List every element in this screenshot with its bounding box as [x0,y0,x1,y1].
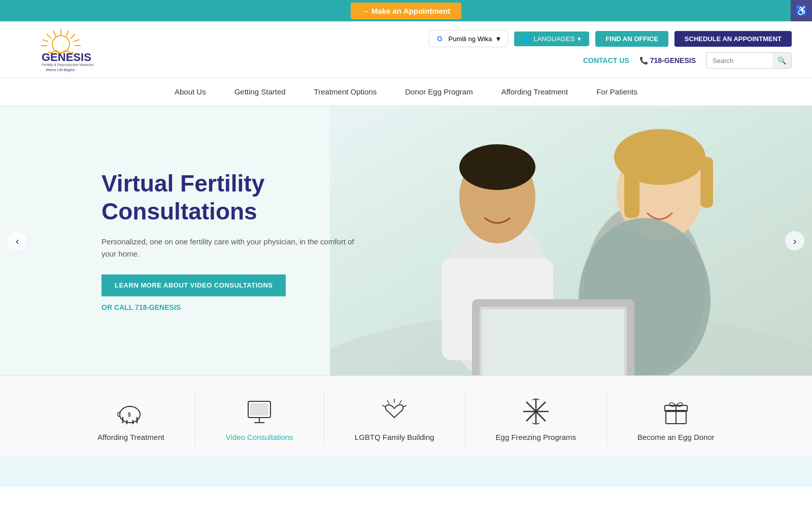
header: GENESIS Fertility & Reproductive Medicin… [0,21,812,78]
video-consultations-label: Video Consultations [226,433,293,441]
or-call-text: OR CALL 718-GENESIS [101,304,181,312]
nav-item-donor-egg[interactable]: Donor Egg Program [391,78,487,105]
icon-item-egg-donor[interactable]: Become an Egg Donor [607,391,745,447]
hero-title: Virtual Fertility Consultations [101,170,365,226]
svg-line-42 [399,400,401,404]
svg-text:GENESIS: GENESIS [42,51,91,64]
top-banner: → Make an Appointment ♿ [0,0,812,21]
contact-us-link[interactable]: CONTACT US [583,56,629,65]
carousel-prev-button[interactable]: ‹ [8,231,27,250]
svg-line-44 [387,400,389,404]
monitor-icon [244,396,275,427]
carousel-next-button[interactable]: › [785,231,804,250]
gift-icon [661,396,691,427]
schedule-button[interactable]: SCHEDULE AN APPOINTMENT [674,31,792,47]
search-button[interactable]: 🔍 [772,53,791,68]
footer-top [0,457,812,487]
phone-icon: 📞 [639,56,648,65]
svg-rect-24 [624,157,639,218]
heart-rays-icon [379,396,410,427]
svg-rect-40 [250,403,268,416]
make-appointment-button[interactable]: → Make an Appointment [351,3,461,19]
svg-text:$: $ [128,412,131,418]
icon-item-affording-treatment[interactable]: $ Affording Treatment [67,391,195,447]
hero-image [330,106,812,375]
languages-label: LANGUAGES [533,35,574,43]
hero-subtitle: Personalized, one on one fertility care … [101,236,365,261]
icon-item-lgbtq[interactable]: LGBTQ Family Building [324,391,465,447]
svg-rect-25 [700,157,713,208]
header-bottom-row: CONTACT US 📞 718-GENESIS 🔍 [583,52,792,69]
svg-text:Where Life Begins: Where Life Begins [46,68,75,72]
accessibility-icon: ♿ [795,5,808,17]
translate-label: Pumili ng Wika [449,35,492,43]
svg-line-6 [47,34,51,39]
learn-more-label: LEARN MORE ABOUT VIDEO CONSULTATIONS [115,282,273,290]
google-translate[interactable]: G Pumili ng Wika ▼ [429,30,509,47]
icons-section: $ Affording Treatment Video Consultation… [0,375,812,457]
snowflake-icon [521,396,551,427]
header-top-row: G Pumili ng Wika ▼ 🌐 LANGUAGES ▾ FIND AN… [429,30,792,47]
or-call-link[interactable]: OR CALL 718-GENESIS [101,304,365,312]
nav-item-affording-treatment[interactable]: Affording Treatment [487,78,582,105]
logo-area: GENESIS Fertility & Reproductive Medicin… [20,26,101,72]
nav-item-treatment-options[interactable]: Treatment Options [300,78,391,105]
svg-rect-29 [482,309,624,375]
piggy-bank-icon: $ [116,396,146,427]
affording-treatment-label: Affording Treatment [97,433,164,441]
schedule-label: SCHEDULE AN APPOINTMENT [685,35,782,43]
search-box: 🔍 [706,52,792,69]
svg-point-19 [459,144,535,190]
nav-item-about-us[interactable]: About Us [160,78,220,105]
languages-chevron: ▾ [578,35,581,43]
languages-icon: 🌐 [522,35,530,43]
lgbtq-label: LGBTQ Family Building [355,433,434,441]
hero-subtitle-text: Personalized, one on one fertility care … [101,238,354,259]
hero-section: ‹ › Virtual Fertility Consultations Pers… [0,106,812,375]
svg-text:G: G [437,35,443,43]
egg-freezing-label: Egg Freezing Programs [496,433,576,441]
icon-item-video-consultations[interactable]: Video Consultations [195,391,324,447]
egg-donor-label: Become an Egg Donor [637,433,715,441]
phone-number: 718-GENESIS [650,56,696,65]
hero-title-text: Virtual Fertility Consultations [101,170,264,225]
find-office-button[interactable]: FIND AN OFFICE [595,31,668,47]
header-right: G Pumili ng Wika ▼ 🌐 LANGUAGES ▾ FIND AN… [429,30,792,69]
svg-line-7 [43,40,48,42]
svg-line-1 [66,30,69,37]
svg-line-2 [71,34,75,39]
accessibility-button[interactable]: ♿ [791,0,812,21]
learn-more-button[interactable]: LEARN MORE ABOUT VIDEO CONSULTATIONS [101,275,286,297]
find-office-label: FIND AN OFFICE [605,35,658,43]
nav-item-for-patients[interactable]: For Patients [582,78,652,105]
svg-text:Fertility & Reproductive Medic: Fertility & Reproductive Medicine [42,63,93,67]
nav-item-getting-started[interactable]: Getting Started [220,78,300,105]
contact-us-label: CONTACT US [583,56,629,65]
hero-content: Virtual Fertility Consultations Personal… [101,170,365,311]
icon-item-egg-freezing[interactable]: Egg Freezing Programs [465,391,607,447]
hero-couple-svg [330,106,812,375]
make-appointment-label: → Make an Appointment [362,7,450,15]
nav-links: About Us Getting Started Treatment Optio… [160,78,652,105]
translate-dropdown-icon: ▼ [495,35,502,43]
languages-button[interactable]: 🌐 LANGUAGES ▾ [514,31,589,46]
genesis-logo: GENESIS Fertility & Reproductive Medicin… [20,26,101,72]
search-input[interactable] [706,53,772,68]
svg-point-9 [52,36,70,53]
phone-link[interactable]: 📞 718-GENESIS [639,56,696,65]
google-icon: G [435,34,446,44]
navigation: About Us Getting Started Treatment Optio… [0,78,812,106]
svg-line-3 [74,40,79,42]
search-icon: 🔍 [777,56,786,65]
svg-line-5 [53,30,56,37]
